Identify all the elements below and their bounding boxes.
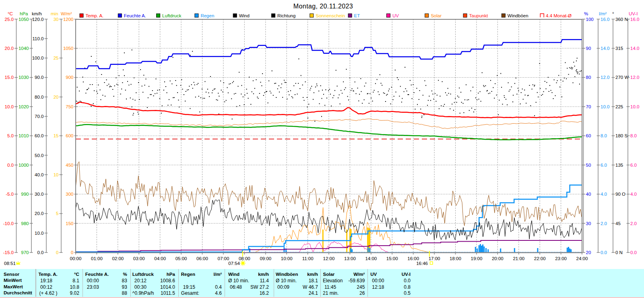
svg-text:12:00: 12:00 xyxy=(323,256,335,261)
svg-text:hPa: hPa xyxy=(20,11,28,16)
svg-text:6.0: 6.0 xyxy=(630,163,637,168)
svg-text:14:00: 14:00 xyxy=(365,256,377,261)
svg-text:990: 990 xyxy=(21,192,29,197)
svg-text:0.0: 0.0 xyxy=(37,250,44,255)
svg-text:15.0: 15.0 xyxy=(5,75,14,80)
svg-text:90: 90 xyxy=(586,46,591,51)
svg-text:50.0: 50.0 xyxy=(35,153,43,158)
svg-text:16.0: 16.0 xyxy=(601,17,609,22)
svg-text:10:00: 10:00 xyxy=(281,256,293,261)
svg-text:-5.0: -5.0 xyxy=(6,192,14,197)
svg-text:0: 0 xyxy=(56,250,58,255)
svg-text:23:00: 23:00 xyxy=(555,256,567,261)
svg-text:4.0: 4.0 xyxy=(601,192,607,197)
svg-text:100.0: 100.0 xyxy=(32,56,44,60)
svg-text:min: min xyxy=(51,11,58,16)
svg-text:17:00: 17:00 xyxy=(429,256,440,261)
svg-text:07:54: 07:54 xyxy=(228,261,240,266)
svg-text:04:00: 04:00 xyxy=(154,256,166,261)
svg-text:24:00: 24:00 xyxy=(576,256,588,261)
svg-text:Montag, 20.11.2023: Montag, 20.11.2023 xyxy=(293,3,353,10)
svg-text:°C: °C xyxy=(8,11,13,16)
svg-text:1020: 1020 xyxy=(19,104,29,109)
svg-text:135: 135 xyxy=(615,163,623,168)
svg-text:5.0: 5.0 xyxy=(7,133,14,138)
svg-text:-10.0: -10.0 xyxy=(3,221,14,226)
svg-text:120.0: 120.0 xyxy=(32,17,44,22)
svg-text:70.0: 70.0 xyxy=(35,114,43,119)
svg-text:10: 10 xyxy=(54,172,59,177)
svg-text:1010: 1010 xyxy=(19,133,29,138)
svg-text:Richtung: Richtung xyxy=(277,13,295,18)
svg-text:45: 45 xyxy=(615,221,621,226)
svg-text:10.0: 10.0 xyxy=(601,104,609,109)
svg-text:20.0: 20.0 xyxy=(5,46,14,51)
svg-text:15: 15 xyxy=(54,133,59,138)
svg-text:225: 225 xyxy=(615,104,623,109)
svg-text:Taupunkt: Taupunkt xyxy=(469,13,488,18)
svg-text:300: 300 xyxy=(66,192,73,197)
svg-text:20:00: 20:00 xyxy=(492,256,504,261)
svg-text:01:00: 01:00 xyxy=(91,256,103,261)
svg-text:Regen: Regen xyxy=(200,13,214,18)
svg-text:km/h: km/h xyxy=(32,11,42,16)
svg-text:0 N: 0 N xyxy=(615,250,623,255)
svg-text:980: 980 xyxy=(21,221,29,226)
svg-text:Windböen: Windböen xyxy=(508,13,528,18)
svg-text:750: 750 xyxy=(66,104,73,109)
svg-text:Feuchte A.: Feuchte A. xyxy=(124,13,146,18)
svg-text:13:00: 13:00 xyxy=(344,256,356,261)
svg-text:12.0: 12.0 xyxy=(601,75,609,80)
svg-text:90 O: 90 O xyxy=(615,192,625,197)
svg-text:21:00: 21:00 xyxy=(513,256,524,261)
svg-text:10.0: 10.0 xyxy=(5,104,14,109)
svg-text:14.0: 14.0 xyxy=(601,46,609,51)
svg-text:1050: 1050 xyxy=(19,17,29,22)
svg-text:150: 150 xyxy=(66,221,73,226)
svg-text:08:00: 08:00 xyxy=(239,256,250,261)
svg-text:10.0: 10.0 xyxy=(630,104,639,109)
svg-text:4.4 Monat-Ø: 4.4 Monat-Ø xyxy=(546,13,572,18)
svg-text:-15.0: -15.0 xyxy=(3,250,14,255)
svg-text:05:00: 05:00 xyxy=(175,256,187,261)
svg-text:07:00: 07:00 xyxy=(218,256,229,261)
svg-text:8.0: 8.0 xyxy=(601,133,607,138)
svg-text:20.0: 20.0 xyxy=(35,211,43,216)
svg-text:02:00: 02:00 xyxy=(112,256,124,261)
svg-text:1030: 1030 xyxy=(19,75,29,80)
svg-text:16.0: 16.0 xyxy=(630,17,639,22)
svg-text:1050: 1050 xyxy=(63,46,74,51)
svg-text:19:00: 19:00 xyxy=(471,256,483,261)
svg-text:0.0: 0.0 xyxy=(7,163,14,168)
svg-text:06:00: 06:00 xyxy=(196,256,208,261)
svg-text:30.0: 30.0 xyxy=(35,192,43,197)
svg-text:03:00: 03:00 xyxy=(133,256,145,261)
svg-text:2.0: 2.0 xyxy=(601,221,607,226)
svg-text:18:00: 18:00 xyxy=(450,256,461,261)
svg-text:50: 50 xyxy=(586,163,591,168)
svg-text:0.0: 0.0 xyxy=(630,250,637,255)
svg-text:14.0: 14.0 xyxy=(630,46,639,51)
svg-text:22:00: 22:00 xyxy=(534,256,546,261)
svg-text:Wind: Wind xyxy=(239,13,250,18)
svg-text:0: 0 xyxy=(71,250,73,255)
svg-text:Sonnenschein: Sonnenschein xyxy=(316,13,345,18)
svg-text:12.0: 12.0 xyxy=(630,75,639,80)
svg-text:10.0: 10.0 xyxy=(35,231,43,236)
svg-text:40: 40 xyxy=(586,192,591,197)
svg-text:08:51: 08:51 xyxy=(4,261,16,266)
svg-text:20: 20 xyxy=(586,250,591,255)
svg-text:l/m²: l/m² xyxy=(599,11,607,16)
svg-text:25: 25 xyxy=(54,56,59,60)
svg-text:09:00: 09:00 xyxy=(260,256,271,261)
svg-text:180 S: 180 S xyxy=(615,133,627,138)
svg-text:UV-I: UV-I xyxy=(629,11,638,16)
svg-text:100: 100 xyxy=(586,17,594,22)
svg-text:30: 30 xyxy=(54,17,59,22)
svg-text:600: 600 xyxy=(66,133,73,138)
svg-text:110.0: 110.0 xyxy=(33,36,44,41)
svg-text:1040: 1040 xyxy=(19,46,29,51)
svg-text:360 N: 360 N xyxy=(615,17,628,22)
svg-text:15:00: 15:00 xyxy=(386,256,398,261)
svg-text:40.0: 40.0 xyxy=(35,172,43,177)
